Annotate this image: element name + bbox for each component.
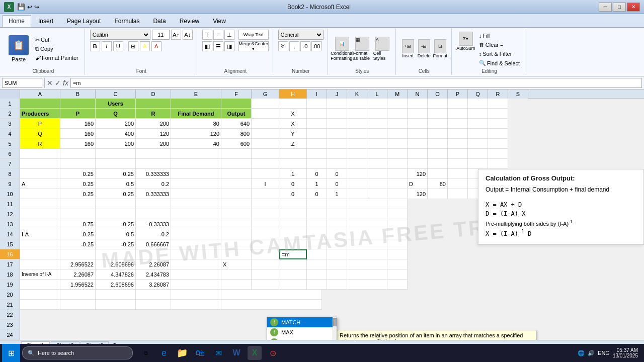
cell-A4[interactable]: Q: [20, 129, 60, 139]
cell-G3[interactable]: [252, 119, 279, 129]
cell-F3[interactable]: 640: [221, 119, 252, 129]
cell-G7[interactable]: [252, 159, 279, 169]
cell-G6[interactable]: [252, 149, 279, 159]
col-header-L[interactable]: L: [367, 89, 387, 99]
cell-F8[interactable]: [221, 169, 252, 179]
cell-M5[interactable]: [387, 139, 408, 149]
cell-G19[interactable]: [252, 280, 279, 290]
bold-button[interactable]: B: [90, 41, 100, 51]
cell-A18[interactable]: Inverse of I-A: [20, 269, 60, 280]
cell-P7[interactable]: [448, 159, 468, 169]
cell-J8[interactable]: 0: [327, 169, 347, 179]
cell-A15[interactable]: [20, 239, 60, 249]
cell-C7[interactable]: [96, 159, 136, 169]
cell-K13[interactable]: [347, 219, 387, 229]
cell-H15[interactable]: [279, 239, 307, 249]
cell-E2[interactable]: Final Demand: [171, 109, 221, 119]
align-right-button[interactable]: ◨: [224, 41, 234, 51]
cell-C17[interactable]: 2.608696: [96, 259, 136, 269]
row-header-11[interactable]: 11: [0, 199, 20, 209]
format-painter-button[interactable]: 🖌 Format Painter: [33, 54, 80, 62]
cell-E10[interactable]: [171, 189, 221, 199]
cell-E12[interactable]: [171, 209, 221, 219]
cell-N8[interactable]: 120: [408, 169, 428, 179]
cell-B20[interactable]: [60, 290, 96, 300]
cell-K1[interactable]: [347, 99, 367, 109]
cell-K18[interactable]: [347, 269, 387, 280]
cell-R3[interactable]: [488, 119, 508, 129]
cell-D19[interactable]: 3.26087: [136, 280, 171, 290]
cell-F17[interactable]: X: [221, 259, 252, 269]
cell-G8[interactable]: [252, 169, 279, 179]
cell-B9[interactable]: 0.25: [60, 179, 96, 189]
cell-O3[interactable]: [428, 119, 448, 129]
cell-G2[interactable]: [252, 109, 279, 119]
scrollbar-thumb[interactable]: [333, 318, 337, 326]
cell-H2[interactable]: X: [279, 109, 307, 119]
insert-function-icon[interactable]: fx: [63, 79, 68, 87]
cell-F11[interactable]: [221, 199, 252, 209]
row-header-16[interactable]: 16: [0, 249, 20, 259]
close-button[interactable]: ✕: [627, 3, 640, 12]
cell-I13[interactable]: [307, 219, 327, 229]
cell-E19[interactable]: [171, 280, 221, 290]
col-header-B[interactable]: B: [60, 89, 96, 99]
cell-K3[interactable]: [347, 119, 367, 129]
row-header-2[interactable]: 2: [0, 109, 20, 119]
cell-M7[interactable]: [387, 159, 408, 169]
font-name-select[interactable]: Calibri: [90, 30, 150, 40]
cell-F15[interactable]: [221, 239, 252, 249]
cell-L6[interactable]: [367, 149, 387, 159]
cell-F14[interactable]: [221, 229, 252, 239]
percent-button[interactable]: %: [278, 41, 288, 51]
merge-center-button[interactable]: Merge&Center ▾: [238, 41, 269, 51]
cell-F6[interactable]: [221, 149, 252, 159]
cell-K15[interactable]: [347, 239, 387, 249]
cell-B18[interactable]: 2.26087: [60, 269, 96, 280]
cell-M10[interactable]: [387, 189, 408, 199]
cell-F13[interactable]: [221, 219, 252, 229]
cell-D12[interactable]: [136, 209, 171, 219]
cell-A10[interactable]: [20, 189, 60, 199]
cell-H11[interactable]: [279, 199, 307, 209]
cell-D9[interactable]: 0.2: [136, 179, 171, 189]
cell-N10[interactable]: 120: [408, 189, 428, 199]
cell-E3[interactable]: 80: [171, 119, 221, 129]
cell-B16[interactable]: [60, 249, 96, 259]
cell-H3[interactable]: X: [279, 119, 307, 129]
cell-I6[interactable]: [307, 149, 327, 159]
taskbar-search[interactable]: 🔍 Here to search: [22, 346, 133, 359]
cell-F21[interactable]: [221, 300, 322, 310]
align-top-button[interactable]: ⊤: [202, 30, 212, 40]
font-size-increase[interactable]: A↑: [171, 30, 181, 40]
delete-button[interactable]: -⊟ Delete: [417, 39, 431, 58]
underline-button[interactable]: U: [113, 41, 123, 51]
cell-K5[interactable]: [347, 139, 367, 149]
cell-K8[interactable]: [347, 169, 367, 179]
cell-I7[interactable]: [307, 159, 327, 169]
cell-N13[interactable]: [387, 219, 408, 229]
cell-A20[interactable]: [20, 290, 60, 300]
cell-O7[interactable]: [428, 159, 448, 169]
network-icon[interactable]: 🌐: [578, 350, 585, 356]
col-header-H[interactable]: H: [279, 89, 307, 99]
cell-B1[interactable]: [60, 99, 96, 109]
cell-L4[interactable]: [367, 129, 387, 139]
row-header-23[interactable]: 23: [0, 320, 20, 330]
cell-E21[interactable]: [171, 300, 221, 310]
taskbar-icon-store[interactable]: 🛍: [193, 346, 207, 360]
autocomplete-scrollbar[interactable]: [333, 317, 337, 340]
cell-M3[interactable]: [387, 119, 408, 129]
cell-R7[interactable]: [488, 159, 508, 169]
cell-P5[interactable]: [448, 139, 468, 149]
cell-F5[interactable]: 600: [221, 139, 252, 149]
cell-G5[interactable]: [252, 139, 279, 149]
cell-H12[interactable]: [279, 209, 307, 219]
cell-H7[interactable]: [279, 159, 307, 169]
cell-P2[interactable]: [448, 109, 468, 119]
cell-P10[interactable]: [448, 189, 468, 199]
cell-P6[interactable]: [448, 149, 468, 159]
cell-D15[interactable]: 0.666667: [136, 239, 171, 249]
cell-J3[interactable]: [327, 119, 347, 129]
cell-A17[interactable]: [20, 259, 60, 269]
